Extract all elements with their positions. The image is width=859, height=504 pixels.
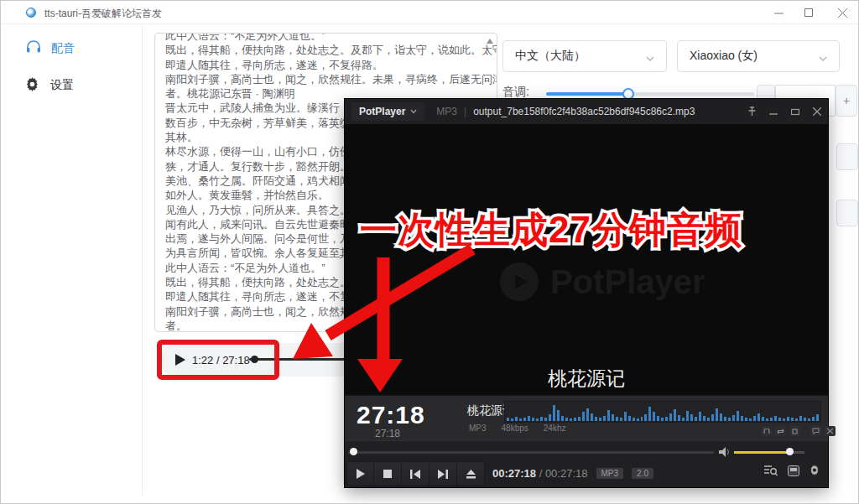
previous-button[interactable]: [402, 461, 430, 486]
potplayer-app-name: PotPlayer: [359, 106, 405, 117]
gear-icon: [26, 77, 40, 94]
app-logo-icon: [26, 8, 36, 18]
playback-time: 00:27:18 / 00:27:18MP32.0: [492, 467, 653, 480]
stop-mode-icon[interactable]: [789, 426, 800, 436]
separator: |: [464, 106, 466, 117]
pitch-label: 音调:: [502, 85, 529, 100]
potplayer-control-bar: 00:27:18 / 00:27:18MP32.0: [345, 440, 828, 487]
elapsed-time-large: 27:18: [357, 401, 425, 429]
close-button[interactable]: [828, 1, 856, 24]
shuffle-icon[interactable]: [825, 426, 836, 436]
sidebar-item-voice[interactable]: 配音: [26, 40, 75, 56]
titlebar: tts-tauri-吾爱破解论坛首发: [1, 1, 858, 24]
window-title: tts-tauri-吾爱破解论坛首发: [44, 7, 162, 21]
channel-badge: 2.0: [632, 468, 653, 479]
potplayer-titlebar: PotPlayer MP3 | output_7be158f0fc2f4b38a…: [345, 99, 828, 124]
potplayer-video-area[interactable]: PotPlayer 桃花源记: [345, 124, 828, 395]
seek-thumb[interactable]: [350, 448, 357, 455]
potplayer-window: PotPlayer MP3 | output_7be158f0fc2f4b38a…: [345, 99, 828, 487]
stepper-plus-button[interactable]: [836, 200, 858, 226]
stepper-plus-button[interactable]: [836, 143, 858, 170]
annotation-highlight-rect: [157, 340, 279, 380]
minimize-icon[interactable]: [763, 99, 784, 124]
minimize-button[interactable]: [764, 1, 793, 24]
subtitle-text: 桃花源记: [345, 366, 828, 392]
maximize-button[interactable]: [794, 1, 823, 24]
watermark-text: PotPlayer: [550, 263, 705, 301]
maximize-icon[interactable]: [784, 99, 806, 124]
scroll-up-arrow-icon[interactable]: [487, 39, 493, 44]
eject-button[interactable]: [457, 461, 485, 486]
total-time: 00:27:18: [545, 467, 588, 480]
meta-format: MP3: [469, 423, 487, 433]
playlist-search-icon[interactable]: [764, 465, 778, 480]
repeat-icon[interactable]: [775, 426, 786, 436]
play-circle-icon: [500, 262, 539, 301]
volume-icon[interactable]: [719, 447, 731, 457]
voice-select-value: Xiaoxiao (女): [690, 49, 757, 64]
pitch-slider[interactable]: [546, 92, 754, 96]
potplayer-menu-button[interactable]: PotPlayer: [351, 102, 424, 121]
pitch-stepper-plus-button[interactable]: +: [836, 85, 857, 117]
play-button[interactable]: [346, 461, 374, 486]
message-icon[interactable]: [810, 426, 821, 436]
playback-mode-icons: [761, 426, 836, 436]
sidebar-item-label: 配音: [51, 41, 75, 56]
language-select[interactable]: 中文（大陆）: [502, 40, 667, 72]
codec-badge: MP3: [596, 468, 624, 479]
potplayer-watermark: PotPlayer: [500, 262, 705, 301]
settings-gear-icon[interactable]: [810, 465, 821, 480]
time-separator: /: [536, 467, 545, 480]
chevron-down-icon: [819, 52, 827, 60]
chevron-down-icon: [646, 52, 654, 60]
next-button[interactable]: [430, 461, 457, 486]
transport-buttons: [346, 461, 485, 486]
annotation-text: 一次性生成27分钟音频 一次性生成27分钟音频: [360, 205, 737, 252]
pitch-slider-fill: [546, 92, 628, 96]
volume-slider-fill: [734, 451, 793, 454]
ab-repeat-icon[interactable]: [761, 426, 772, 436]
headphones-icon: [26, 40, 41, 56]
chevron-down-icon: [410, 109, 417, 114]
sidebar-item-settings[interactable]: 设置: [26, 77, 74, 94]
media-filename: output_7be158f0fc2f4b38ac52b6df945c86c2.…: [473, 106, 695, 117]
potplayer-info-bar: 27:18 27:18 桃花源记 MP3 48kbps 24khz: [345, 395, 828, 440]
seek-bar[interactable]: [348, 451, 714, 454]
track-metadata: MP3 48kbps 24khz: [469, 423, 566, 433]
app-window: tts-tauri-吾爱破解论坛首发 配音 设置: [0, 0, 859, 504]
voice-select[interactable]: Xiaoxiao (女): [677, 40, 840, 72]
volume-slider[interactable]: [734, 451, 804, 454]
close-icon[interactable]: [806, 99, 828, 124]
spectrum-visualizer: [504, 401, 821, 423]
volume-thumb[interactable]: [786, 448, 794, 455]
sidebar-item-label: 设置: [50, 78, 74, 93]
pitch-slider-handle[interactable]: [622, 88, 634, 100]
language-select-value: 中文（大陆）: [515, 49, 586, 64]
elapsed-time-small: 27:18: [375, 428, 400, 439]
stop-button[interactable]: [374, 461, 402, 486]
format-badge: MP3: [436, 106, 457, 117]
meta-bitrate: 48kbps: [502, 423, 528, 433]
sidebar-divider: [142, 24, 143, 496]
current-time: 00:27:18: [492, 467, 536, 480]
meta-samplerate: 24khz: [544, 423, 566, 433]
pin-icon[interactable]: [741, 99, 763, 124]
control-panel-icon[interactable]: [788, 465, 799, 480]
